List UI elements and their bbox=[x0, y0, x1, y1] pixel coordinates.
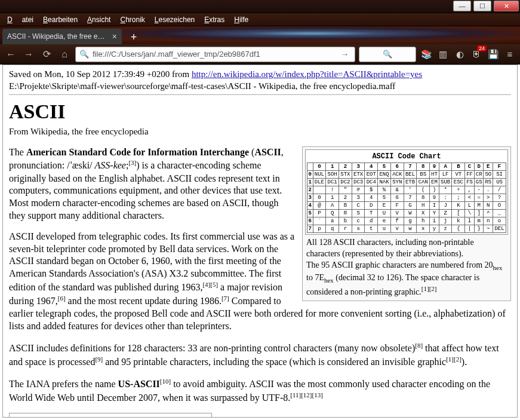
paragraph-3: ASCII includes definitions for 128 chara… bbox=[9, 341, 511, 369]
search-box[interactable]: 🔍 bbox=[359, 47, 416, 62]
toolbar: ← → ⟳ ⌂ 🔍 file:///C:/Users/jan/.maff_vie… bbox=[0, 44, 520, 65]
menu-lesezeichen[interactable]: Lesezeichen bbox=[150, 16, 199, 24]
menu-extras[interactable]: Extras bbox=[199, 16, 229, 24]
tab-strip: ASCII - Wikipedia, the free encyclop… × … bbox=[0, 26, 520, 44]
save-source-link[interactable]: http://en.wikipedia.org/w/index.php?titl… bbox=[192, 69, 422, 79]
forward-button[interactable]: → bbox=[21, 47, 36, 62]
save-path: E:\Projekte\Skripte\maff-viewer\sourcefo… bbox=[9, 81, 395, 91]
url-text: file:///C:/Users/jan/.maff_viewer_tmp/2e… bbox=[93, 50, 260, 59]
empty-box bbox=[9, 413, 212, 418]
divider bbox=[9, 94, 511, 95]
window-close-button[interactable]: ✕ bbox=[494, 1, 519, 11]
save-banner: Saved on Mon, 10 Sep 2012 17:39:49 +0200… bbox=[9, 69, 511, 92]
ascii-table: 0123456789ABCDEF0NULSOHSTXETXEOTENQACKBE… bbox=[307, 163, 506, 233]
save-icon[interactable]: 💾 bbox=[487, 48, 500, 61]
page-body: Saved on Mon, 10 Sep 2012 17:39:49 +0200… bbox=[3, 65, 517, 418]
ascii-chart: ASCII Code Chart 0123456789ABCDEF0NULSOH… bbox=[305, 149, 508, 235]
menu-chronik[interactable]: Chronik bbox=[115, 16, 149, 24]
content-viewport[interactable]: Saved on Mon, 10 Sep 2012 17:39:49 +0200… bbox=[2, 65, 518, 418]
sidebar-icon[interactable]: ▥ bbox=[436, 48, 450, 61]
new-tab-button[interactable]: + bbox=[125, 30, 142, 44]
menu-bearbeiten[interactable]: Bearbeiten bbox=[38, 16, 82, 24]
window-minimize-button[interactable]: — bbox=[453, 1, 471, 11]
page-title: ASCII bbox=[9, 99, 511, 125]
tab-ascii[interactable]: ASCII - Wikipedia, the free encyclop… × bbox=[2, 29, 122, 44]
menu-ansicht[interactable]: Ansicht bbox=[82, 16, 115, 24]
back-button[interactable]: ← bbox=[4, 47, 18, 62]
search-icon: 🔍 bbox=[79, 50, 89, 59]
library-icon[interactable]: 📚 bbox=[420, 48, 433, 61]
tab-label: ASCII - Wikipedia, the free encyclop… bbox=[7, 32, 107, 41]
window-maximize-button[interactable]: ☐ bbox=[473, 1, 491, 11]
menubar: Datei Bearbeiten Ansicht Chronik Lesezei… bbox=[0, 13, 520, 26]
tab-close-icon[interactable]: × bbox=[112, 32, 117, 41]
save-prefix: Saved on Mon, 10 Sep 2012 17:39:49 +0200… bbox=[9, 69, 192, 79]
globe-icon[interactable]: ◐ bbox=[453, 48, 466, 61]
chart-caption: All 128 ASCII characters, including non-… bbox=[305, 235, 508, 298]
shield-icon[interactable]: ⛨ bbox=[470, 48, 483, 61]
menu-datei[interactable]: Datei bbox=[2, 16, 38, 24]
chart-title: ASCII Code Chart bbox=[307, 151, 506, 163]
ascii-chart-box: ASCII Code Chart 0123456789ABCDEF0NULSOH… bbox=[302, 146, 511, 301]
url-bar[interactable]: 🔍 file:///C:/Users/jan/.maff_viewer_tmp/… bbox=[75, 47, 355, 62]
hamburger-menu-icon[interactable]: ≡ bbox=[503, 48, 516, 61]
menu-hilfe[interactable]: Hilfe bbox=[229, 16, 253, 24]
home-button[interactable]: ⌂ bbox=[57, 47, 72, 62]
window-titlebar: — ☐ ✕ bbox=[0, 0, 520, 13]
page-subtitle: From Wikipedia, the free encyclopedia bbox=[9, 126, 511, 138]
paragraph-4: The IANA prefers the name US-ASCII[10] t… bbox=[9, 377, 511, 404]
reload-button[interactable]: ⟳ bbox=[39, 47, 54, 62]
go-button[interactable]: → bbox=[339, 50, 351, 59]
